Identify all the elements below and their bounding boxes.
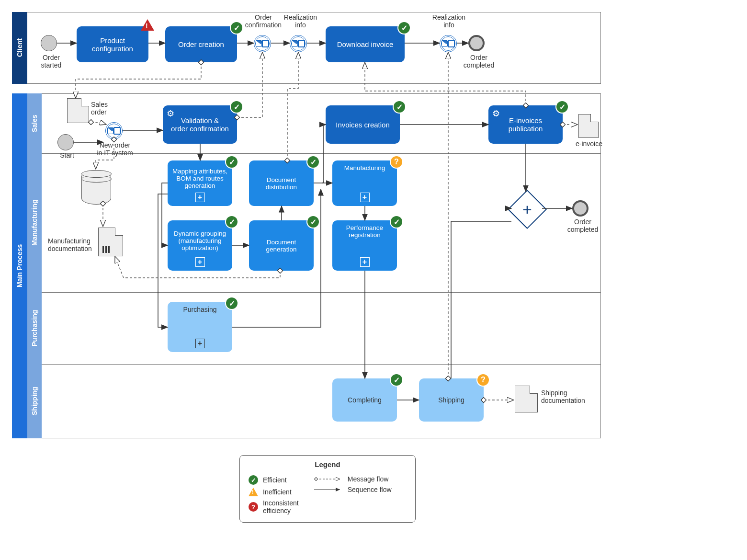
start-event-sales — [57, 134, 74, 150]
task-invoices-creation[interactable]: Invoices creation — [326, 105, 400, 144]
badge-efficient-icon: ✓ — [398, 22, 410, 34]
legend-message-flow-icon — [313, 476, 343, 482]
label-realization-info-1: Realization info — [278, 13, 323, 29]
legend-inefficient-icon — [249, 488, 258, 496]
legend-title: Legend — [249, 460, 407, 469]
data-object-shipping-documentation — [515, 386, 538, 412]
subprocess-marker-icon: + — [360, 193, 370, 202]
label-manufacturing-documentation: Manufacturing documentation — [48, 237, 101, 252]
legend-sequence-flow-icon — [313, 486, 343, 493]
lane-divider — [42, 364, 601, 365]
lane-sales-label: Sales — [27, 93, 42, 153]
task-product-configuration[interactable]: Product configuration — [77, 26, 148, 62]
lane-manufacturing-label: Manufacturing — [27, 153, 42, 292]
badge-inconsistent-icon: ? — [477, 374, 489, 386]
label-order-started: Order started — [34, 54, 68, 69]
label-realization-info-2: Realization info — [426, 13, 472, 29]
label-order-completed-main: Order completed — [561, 218, 604, 233]
end-event-order-completed-client — [468, 35, 485, 51]
subprocess-marker-icon: + — [195, 339, 205, 348]
task-mapping-attributes[interactable]: Mapping attributes, BOM and routes gener… — [168, 160, 232, 206]
legend-inefficient-label: Inefficient — [263, 488, 292, 496]
task-manufacturing[interactable]: Manufacturing + — [332, 160, 397, 206]
subprocess-marker-icon: + — [360, 257, 370, 267]
badge-efficient-icon: ✓ — [231, 101, 242, 113]
label-order-completed-client: Order completed — [457, 54, 500, 69]
badge-inconsistent-icon: ? — [391, 156, 402, 168]
task-purchasing[interactable]: Purchasing + — [168, 302, 232, 352]
msg-event-realization-info-2 — [440, 35, 457, 52]
lane-divider — [42, 292, 601, 293]
task-document-distribution[interactable]: Document distribution — [249, 160, 314, 206]
legend: Legend ✓Efficient Inefficient ?Inconsist… — [239, 455, 416, 523]
label-sales-order: Sales order — [91, 101, 120, 116]
label-new-order: New order in IT system — [86, 141, 144, 157]
task-dynamic-grouping[interactable]: Dynamic grouping (manufacturing optimiza… — [168, 220, 232, 271]
data-store — [81, 170, 111, 205]
task-validation-order-confirmation[interactable]: ⚙ Validation & order confirmation — [163, 105, 237, 144]
badge-efficient-icon: ✓ — [226, 297, 238, 309]
data-object-einvoice — [578, 114, 599, 138]
end-event-order-completed-main — [572, 200, 589, 217]
badge-efficient-icon: ✓ — [391, 374, 402, 386]
start-event-order-started — [41, 35, 57, 51]
subprocess-marker-icon: + — [195, 257, 205, 267]
legend-inconsistent-label: Inconsistent efficiency — [263, 499, 299, 514]
gear-icon: ⚙ — [492, 108, 500, 119]
data-object-manufacturing-documentation — [98, 228, 123, 256]
legend-efficient-label: Efficient — [263, 476, 287, 484]
badge-efficient-icon: ✓ — [307, 156, 319, 168]
task-einvoices-publication[interactable]: ⚙ E-invoices publication — [488, 105, 563, 144]
task-performance-registration[interactable]: Performance registration + — [332, 220, 397, 271]
task-shipping[interactable]: Shipping — [419, 378, 484, 422]
task-document-generation[interactable]: Document generation — [249, 220, 314, 271]
badge-efficient-icon: ✓ — [394, 101, 405, 113]
task-completing[interactable]: Completing — [332, 378, 397, 422]
subprocess-marker-icon: + — [195, 193, 205, 202]
label-shipping-documentation: Shipping documentation — [541, 389, 599, 404]
label-start: Start — [55, 151, 79, 159]
badge-efficient-icon: ✓ — [391, 216, 402, 228]
lane-shipping-label: Shipping — [27, 364, 42, 438]
msg-event-realization-info-1 — [290, 35, 307, 52]
lane-purchasing-label: Purchasing — [27, 292, 42, 364]
badge-efficient-icon: ✓ — [226, 156, 238, 168]
label-einvoice: e-invoice — [572, 140, 606, 148]
legend-message-flow-label: Message flow — [348, 475, 389, 483]
legend-inconsistent-icon: ? — [249, 502, 258, 512]
msg-event-order-confirmation — [254, 35, 271, 52]
bpmn-diagram: Client Order started Product configurati… — [0, 0, 747, 560]
badge-efficient-icon: ✓ — [556, 101, 568, 113]
legend-efficient-icon: ✓ — [249, 475, 258, 485]
badge-inefficient-icon — [141, 19, 154, 31]
badge-efficient-icon: ✓ — [226, 216, 238, 228]
task-download-invoice[interactable]: Download invoice — [326, 26, 405, 62]
client-pool-label: Client — [12, 12, 27, 84]
data-object-sales-order — [67, 98, 89, 123]
msg-event-new-order — [105, 122, 123, 139]
gear-icon: ⚙ — [167, 108, 174, 119]
legend-sequence-flow-label: Sequence flow — [348, 486, 392, 493]
badge-efficient-icon: ✓ — [307, 216, 319, 228]
task-order-creation[interactable]: Order creation — [165, 26, 237, 62]
main-pool-label: Main Process — [12, 93, 27, 438]
